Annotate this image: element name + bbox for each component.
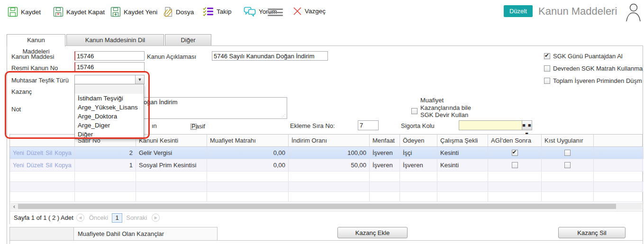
grid-row[interactable] [10, 192, 644, 202]
grid-column-header-Muafiyet Matrahı[interactable]: Muafiyet Matrahı [207, 135, 289, 147]
edit-mode-button[interactable]: Düzelt [504, 5, 533, 17]
muhtasar-tesfik-turu-select[interactable]: ▼ [74, 75, 145, 84]
kazanc-sil-button[interactable]: Kazanç Sil [558, 227, 626, 238]
row-action-kopya[interactable]: Kopya [54, 150, 71, 156]
dropdown-option-Arge_Yüksek_Lisans[interactable]: Arge_Yüksek_Lisans [75, 103, 144, 112]
tab-diger-bilgiler[interactable]: Diğer Bilgiler [165, 34, 211, 45]
dropdown-option-Arge_Doktora[interactable]: Arge_Doktora [75, 112, 144, 121]
grid-cell-menfaat[interactable]: İşveren [370, 147, 400, 159]
bottom-grid-empty-row [9, 240, 643, 244]
ekleme-sira-no-input[interactable] [358, 120, 379, 130]
dropdown-arrow-icon[interactable]: ▼ [135, 75, 144, 84]
row-action-düzelt[interactable]: Düzelt [27, 162, 43, 169]
kist-uygulanir-checkbox[interactable] [564, 162, 571, 168]
scroll-left-arrow-icon[interactable]: ‹ [10, 203, 18, 210]
grid-cell-indirim_orani[interactable]: 50,00 [289, 159, 370, 171]
save-button[interactable]: Kaydet [8, 7, 41, 17]
grid-cell[interactable] [542, 147, 594, 159]
bottom-grid-corner-cell [9, 227, 74, 241]
grid-cell-calisma_sekli[interactable]: Kesinti [437, 159, 488, 171]
cancel-button[interactable]: Vazgeç [293, 7, 326, 16]
pager-prev-icon[interactable]: ◀ [76, 214, 84, 222]
tab-kanun-maddeleri[interactable]: Kanun Maddeleri [7, 34, 65, 46]
kanun-maddeleri-window: Kaydet ✕ Kaydet Kapat + Kaydet Yeni Dosy… [0, 0, 644, 244]
row-action-sil[interactable]: Sil [45, 150, 52, 156]
dropdown-option-İstihdam Teşviği[interactable]: İstihdam Teşviği [75, 94, 144, 103]
grid-cell-satir_no[interactable]: 1 [75, 159, 136, 171]
grid-cell[interactable] [542, 159, 594, 171]
sigorta-kolu-input[interactable] [459, 120, 522, 130]
kanun-aciklamasi-input[interactable] [212, 51, 328, 61]
file-button[interactable]: Dosya [163, 7, 194, 17]
grid-cell-muafiyet_matrahi[interactable]: 0,00 [207, 159, 289, 171]
grid-cell-odeyen[interactable]: İşveren [400, 159, 437, 171]
follow-button[interactable]: Takip [203, 7, 232, 16]
pager-page-1[interactable]: 1 [112, 213, 122, 223]
grid-cell-odeyen[interactable]: İşçi [400, 147, 437, 159]
grid-cell [136, 192, 207, 201]
kanun-maddesi-input[interactable] [74, 51, 145, 61]
grid-cell[interactable] [594, 159, 643, 171]
grid-cell [437, 172, 488, 181]
grid-cell-calisma_sekli[interactable]: Kesinti [437, 147, 488, 159]
scrollbar-thumb[interactable] [18, 204, 616, 209]
row-action-yeni[interactable]: Yeni [13, 150, 24, 156]
user-profile-icon[interactable] [625, 2, 642, 22]
grid-cell-menfaat[interactable]: İşveren [370, 159, 400, 171]
grid-cell-kanuni_kesinti[interactable]: Sosyal Prim Kesintisi [136, 159, 207, 171]
kist-uygulanir-checkbox[interactable] [564, 150, 571, 156]
grid-cell[interactable]: YeniDüzeltSilKopya [10, 147, 75, 159]
grid-cell-indirim_orani[interactable]: 100,00 [289, 147, 370, 159]
grid-row[interactable]: YeniDüzeltSilKopya2Gelir Vergisi0,00100,… [10, 147, 644, 159]
row-action-düzelt[interactable]: Düzelt [27, 150, 43, 156]
grid-column-header-Çalışma Şekli[interactable]: Çalışma Şekli [437, 135, 488, 147]
svg-text:✕: ✕ [56, 12, 60, 17]
grid-cell-muafiyet_matrahi[interactable]: 0,00 [207, 147, 289, 159]
save-close-button[interactable]: ✕ Kaydet Kapat [53, 7, 105, 17]
grid-column-header-Menfaat[interactable]: Menfaat [370, 135, 400, 147]
save-new-button[interactable]: + Kaydet Yeni [110, 7, 157, 17]
checkbox-0[interactable] [544, 53, 550, 59]
grid-row[interactable]: YeniDüzeltSilKopya1Sosyal Prim Kesintisi… [10, 159, 644, 172]
grid-column-header-Kıst Uygulanır[interactable]: Kıst Uygulanır [542, 135, 594, 147]
not-label: Not [11, 106, 21, 113]
grid-column-header-blank[interactable] [10, 135, 75, 147]
dropdown-option-blank[interactable] [75, 84, 144, 94]
grid-column-header-Ödeyen[interactable]: Ödeyen [400, 135, 437, 147]
grid-column-header-blank[interactable] [594, 135, 643, 147]
horizontal-scrollbar[interactable]: ‹ [10, 203, 642, 210]
row-action-sil[interactable]: Sil [45, 162, 52, 169]
pager-next-icon[interactable]: ▶ [152, 214, 160, 222]
kazanc-ekle-button[interactable]: Kazanç Ekle [337, 227, 408, 238]
grid-column-header-İndirim Oranı[interactable]: İndirim Oranı [289, 135, 370, 147]
agiden-sonra-checkbox[interactable] [512, 162, 518, 168]
grid-row[interactable] [10, 182, 644, 192]
grid-cell [10, 172, 75, 181]
grid-cell[interactable] [488, 159, 542, 171]
agiden-sonra-checkbox[interactable] [512, 150, 518, 156]
grid-cell-satir_no[interactable]: 2 [75, 147, 136, 159]
pager-prev-label[interactable]: Önceki [89, 214, 108, 221]
dropdown-option-Diğer[interactable]: Diğer [75, 130, 144, 139]
resmi-kanun-no-input[interactable] [74, 62, 145, 72]
pager-next-label[interactable]: Sonraki [126, 214, 147, 221]
grid-cell[interactable] [594, 147, 643, 159]
row-action-kopya[interactable]: Kopya [54, 162, 71, 169]
sigorta-kolu-lookup-button[interactable]: ■ ■ ■ [522, 120, 532, 130]
row-action-yeni[interactable]: Yeni [13, 162, 24, 169]
dropdown-option-Arge_Diger[interactable]: Arge_Diger [75, 121, 144, 130]
grid-cell-kanuni_kesinti[interactable]: Gelir Vergisi [136, 147, 207, 159]
grid-cell[interactable]: YeniDüzeltSilKopya [10, 159, 75, 171]
grid-column-header-Kanuni Kesinti[interactable]: Kanuni Kesinti [136, 135, 207, 147]
menu-icon[interactable] [268, 9, 283, 16]
checkbox-1[interactable] [544, 65, 550, 72]
tab-dil-karsiliklari[interactable]: Kanun Maddesinin Dil Karşılıkları [66, 34, 164, 45]
grid-row[interactable] [10, 172, 644, 182]
right-checkbox-row: SGK Günü Puantajdan Al [544, 52, 644, 60]
muafiyet-sgk-devir-checkbox[interactable] [411, 108, 417, 114]
checkbox-2[interactable] [544, 78, 550, 84]
kazanc-label: Kazanç [11, 88, 32, 95]
grid-cell[interactable] [488, 147, 542, 159]
grid-column-header-AGİ'den Sonra[interactable]: AGİ'den Sonra [488, 135, 542, 147]
grid-cell [370, 182, 400, 191]
